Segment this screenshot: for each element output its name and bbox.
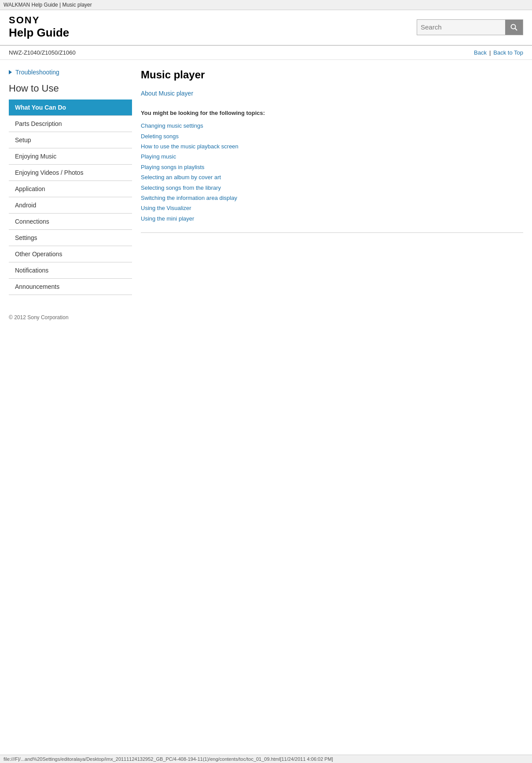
topic-link-7[interactable]: Switching the information area display [141, 193, 523, 203]
about-music-player-link[interactable]: About Music player [141, 88, 523, 99]
copyright: © 2012 Sony Corporation [9, 314, 523, 321]
topic-link-8[interactable]: Using the Visualizer [141, 203, 523, 213]
content-divider [141, 232, 523, 233]
sidebar-item-setup[interactable]: Setup [9, 132, 132, 148]
svg-point-0 [511, 24, 516, 29]
nav-bar: NWZ-Z1040/Z1050/Z1060 Back | Back to Top [0, 46, 532, 60]
troubleshooting-section: Troubleshooting [9, 69, 132, 76]
topic-link-0[interactable]: Changing music settings [141, 121, 523, 131]
troubleshooting-link[interactable]: Troubleshooting [9, 69, 132, 76]
logo-area: SONY Help Guide [9, 15, 69, 40]
help-guide-title: Help Guide [9, 26, 69, 40]
svg-line-1 [515, 28, 517, 30]
topic-link-9[interactable]: Using the mini player [141, 214, 523, 224]
search-button[interactable] [505, 20, 523, 35]
search-area [417, 19, 523, 35]
topic-link-6[interactable]: Selecting songs from the library [141, 183, 523, 193]
model-number: NWZ-Z1040/Z1050/Z1060 [9, 49, 76, 56]
sidebar-item-what-you-can-do[interactable]: What You Can Do [9, 100, 132, 116]
sidebar-item-notifications[interactable]: Notifications [9, 262, 132, 279]
sidebar: Troubleshooting How to Use What You Can … [9, 69, 132, 295]
back-link[interactable]: Back [474, 49, 487, 56]
header: SONY Help Guide [0, 10, 532, 46]
content-area: Music player About Music player You migh… [141, 69, 523, 295]
sidebar-item-other-operations[interactable]: Other Operations [9, 246, 132, 262]
topics-section: You might be looking for the following t… [141, 110, 523, 224]
nav-links: Back | Back to Top [474, 49, 523, 56]
topic-link-3[interactable]: Playing music [141, 151, 523, 162]
browser-tab: WALKMAN Help Guide | Music player [0, 0, 532, 10]
topic-link-4[interactable]: Playing songs in playlists [141, 162, 523, 172]
page-heading: Music player [141, 69, 523, 81]
topic-link-1[interactable]: Deleting songs [141, 131, 523, 141]
topics-heading: You might be looking for the following t… [141, 110, 523, 116]
sidebar-item-settings[interactable]: Settings [9, 230, 132, 246]
search-input[interactable] [417, 20, 505, 35]
topic-link-5[interactable]: Selecting an album by cover art [141, 172, 523, 182]
sony-logo: SONY [9, 15, 69, 26]
sidebar-item-application[interactable]: Application [9, 181, 132, 197]
chevron-right-icon [9, 70, 12, 74]
sidebar-item-parts-description[interactable]: Parts Description [9, 116, 132, 132]
sidebar-nav: What You Can DoParts DescriptionSetupEnj… [9, 100, 132, 295]
sidebar-item-android[interactable]: Android [9, 197, 132, 214]
search-icon [510, 23, 518, 31]
topic-links-list: Changing music settingsDeleting songsHow… [141, 121, 523, 224]
main-content: Troubleshooting How to Use What You Can … [0, 60, 532, 304]
back-to-top-link[interactable]: Back to Top [493, 49, 523, 56]
how-to-use-heading: How to Use [9, 83, 132, 94]
sidebar-item-enjoying-videos-photos[interactable]: Enjoying Videos / Photos [9, 165, 132, 181]
sidebar-item-connections[interactable]: Connections [9, 214, 132, 230]
sidebar-item-announcements[interactable]: Announcements [9, 279, 132, 295]
topic-link-2[interactable]: How to use the music playback screen [141, 141, 523, 151]
sidebar-item-enjoying-music[interactable]: Enjoying Music [9, 148, 132, 165]
